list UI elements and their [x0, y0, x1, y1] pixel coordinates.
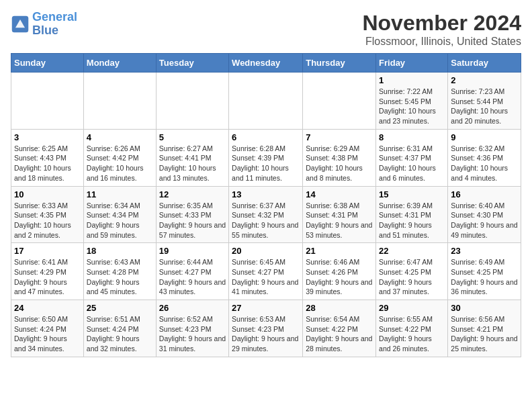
- calendar-header: Sunday Monday Tuesday Wednesday Thursday…: [11, 54, 521, 73]
- month-title: November 2024: [362, 11, 521, 36]
- calendar-cell: 24Sunrise: 6:50 AM Sunset: 4:24 PM Dayli…: [11, 300, 84, 357]
- calendar-cell: 29Sunrise: 6:55 AM Sunset: 4:22 PM Dayli…: [376, 300, 448, 357]
- calendar-cell: [229, 73, 303, 130]
- day-number: 11: [87, 189, 153, 199]
- calendar-cell: 12Sunrise: 6:35 AM Sunset: 4:33 PM Dayli…: [156, 186, 228, 243]
- day-info: Sunrise: 6:53 AM Sunset: 4:23 PM Dayligh…: [232, 314, 300, 354]
- day-info: Sunrise: 6:50 AM Sunset: 4:24 PM Dayligh…: [14, 314, 81, 354]
- calendar-cell: 9Sunrise: 6:32 AM Sunset: 4:36 PM Daylig…: [448, 129, 521, 186]
- calendar-cell: 6Sunrise: 6:28 AM Sunset: 4:39 PM Daylig…: [229, 129, 303, 186]
- col-friday: Friday: [376, 54, 448, 73]
- location-title: Flossmoor, Illinois, United States: [362, 36, 521, 48]
- day-info: Sunrise: 6:35 AM Sunset: 4:33 PM Dayligh…: [159, 201, 226, 240]
- week-row-2: 3Sunrise: 6:25 AM Sunset: 4:43 PM Daylig…: [11, 129, 521, 186]
- day-number: 2: [451, 75, 518, 85]
- week-row-3: 10Sunrise: 6:33 AM Sunset: 4:35 PM Dayli…: [11, 186, 521, 243]
- day-info: Sunrise: 6:41 AM Sunset: 4:29 PM Dayligh…: [14, 257, 81, 297]
- day-info: Sunrise: 6:56 AM Sunset: 4:21 PM Dayligh…: [451, 314, 518, 354]
- day-number: 6: [232, 132, 300, 142]
- day-info: Sunrise: 7:23 AM Sunset: 5:44 PM Dayligh…: [451, 87, 518, 126]
- calendar-table: Sunday Monday Tuesday Wednesday Thursday…: [11, 53, 521, 357]
- day-info: Sunrise: 6:25 AM Sunset: 4:43 PM Dayligh…: [14, 144, 81, 183]
- col-saturday: Saturday: [448, 54, 521, 73]
- calendar-cell: [83, 73, 156, 130]
- day-number: 15: [379, 189, 445, 199]
- day-info: Sunrise: 6:51 AM Sunset: 4:24 PM Dayligh…: [87, 314, 153, 354]
- day-info: Sunrise: 6:38 AM Sunset: 4:31 PM Dayligh…: [306, 201, 373, 240]
- day-info: Sunrise: 6:44 AM Sunset: 4:27 PM Dayligh…: [159, 257, 226, 297]
- logo: General Blue: [11, 11, 77, 38]
- calendar-cell: [303, 73, 376, 130]
- calendar-cell: 19Sunrise: 6:44 AM Sunset: 4:27 PM Dayli…: [156, 243, 228, 300]
- day-info: Sunrise: 6:27 AM Sunset: 4:41 PM Dayligh…: [159, 144, 226, 183]
- day-number: 29: [379, 303, 445, 313]
- calendar-body: 1Sunrise: 7:22 AM Sunset: 5:45 PM Daylig…: [11, 73, 521, 357]
- calendar-cell: 28Sunrise: 6:54 AM Sunset: 4:22 PM Dayli…: [303, 300, 376, 357]
- calendar-cell: [11, 73, 84, 130]
- calendar-cell: 4Sunrise: 6:26 AM Sunset: 4:42 PM Daylig…: [83, 129, 156, 186]
- day-number: 23: [451, 246, 518, 256]
- day-number: 24: [14, 303, 81, 313]
- day-info: Sunrise: 6:32 AM Sunset: 4:36 PM Dayligh…: [451, 144, 518, 183]
- calendar-cell: 26Sunrise: 6:52 AM Sunset: 4:23 PM Dayli…: [156, 300, 228, 357]
- logo-line1: General: [32, 10, 77, 24]
- day-number: 19: [159, 246, 226, 256]
- day-number: 27: [232, 303, 300, 313]
- day-number: 22: [379, 246, 445, 256]
- week-row-5: 24Sunrise: 6:50 AM Sunset: 4:24 PM Dayli…: [11, 300, 521, 357]
- day-number: 3: [14, 132, 81, 142]
- day-number: 7: [306, 132, 373, 142]
- col-sunday: Sunday: [11, 54, 84, 73]
- calendar-cell: 25Sunrise: 6:51 AM Sunset: 4:24 PM Dayli…: [83, 300, 156, 357]
- calendar-cell: 21Sunrise: 6:46 AM Sunset: 4:26 PM Dayli…: [303, 243, 376, 300]
- calendar-cell: 27Sunrise: 6:53 AM Sunset: 4:23 PM Dayli…: [229, 300, 303, 357]
- calendar-cell: 8Sunrise: 6:31 AM Sunset: 4:37 PM Daylig…: [376, 129, 448, 186]
- calendar-cell: 18Sunrise: 6:43 AM Sunset: 4:28 PM Dayli…: [83, 243, 156, 300]
- calendar-cell: 10Sunrise: 6:33 AM Sunset: 4:35 PM Dayli…: [11, 186, 84, 243]
- day-number: 1: [379, 75, 445, 85]
- day-info: Sunrise: 6:31 AM Sunset: 4:37 PM Dayligh…: [379, 144, 445, 183]
- day-number: 4: [87, 132, 153, 142]
- calendar-cell: 20Sunrise: 6:45 AM Sunset: 4:27 PM Dayli…: [229, 243, 303, 300]
- calendar-cell: 2Sunrise: 7:23 AM Sunset: 5:44 PM Daylig…: [448, 73, 521, 130]
- calendar-cell: 13Sunrise: 6:37 AM Sunset: 4:32 PM Dayli…: [229, 186, 303, 243]
- day-info: Sunrise: 6:49 AM Sunset: 4:25 PM Dayligh…: [451, 257, 518, 297]
- calendar-cell: 15Sunrise: 6:39 AM Sunset: 4:31 PM Dayli…: [376, 186, 448, 243]
- header: General Blue November 2024 Flossmoor, Il…: [11, 11, 521, 48]
- day-info: Sunrise: 6:40 AM Sunset: 4:30 PM Dayligh…: [451, 201, 518, 240]
- calendar-cell: [156, 73, 228, 130]
- calendar-cell: 1Sunrise: 7:22 AM Sunset: 5:45 PM Daylig…: [376, 73, 448, 130]
- day-number: 10: [14, 189, 81, 199]
- calendar-cell: 22Sunrise: 6:47 AM Sunset: 4:25 PM Dayli…: [376, 243, 448, 300]
- week-row-4: 17Sunrise: 6:41 AM Sunset: 4:29 PM Dayli…: [11, 243, 521, 300]
- calendar-cell: 23Sunrise: 6:49 AM Sunset: 4:25 PM Dayli…: [448, 243, 521, 300]
- day-info: Sunrise: 6:26 AM Sunset: 4:42 PM Dayligh…: [87, 144, 153, 183]
- calendar-cell: 3Sunrise: 6:25 AM Sunset: 4:43 PM Daylig…: [11, 129, 84, 186]
- logo-line2: Blue: [32, 24, 58, 37]
- day-info: Sunrise: 6:34 AM Sunset: 4:34 PM Dayligh…: [87, 201, 153, 240]
- logo-text: General Blue: [32, 11, 77, 38]
- day-info: Sunrise: 6:52 AM Sunset: 4:23 PM Dayligh…: [159, 314, 226, 354]
- day-number: 13: [232, 189, 300, 199]
- day-info: Sunrise: 6:46 AM Sunset: 4:26 PM Dayligh…: [306, 257, 373, 297]
- col-tuesday: Tuesday: [156, 54, 228, 73]
- day-info: Sunrise: 6:28 AM Sunset: 4:39 PM Dayligh…: [232, 144, 300, 183]
- day-number: 17: [14, 246, 81, 256]
- day-number: 14: [306, 189, 373, 199]
- calendar-cell: 11Sunrise: 6:34 AM Sunset: 4:34 PM Dayli…: [83, 186, 156, 243]
- day-number: 25: [87, 303, 153, 313]
- day-number: 30: [451, 303, 518, 313]
- col-wednesday: Wednesday: [229, 54, 303, 73]
- day-info: Sunrise: 6:39 AM Sunset: 4:31 PM Dayligh…: [379, 201, 445, 240]
- calendar-cell: 5Sunrise: 6:27 AM Sunset: 4:41 PM Daylig…: [156, 129, 228, 186]
- day-info: Sunrise: 6:43 AM Sunset: 4:28 PM Dayligh…: [87, 257, 153, 297]
- header-row: Sunday Monday Tuesday Wednesday Thursday…: [11, 54, 521, 73]
- calendar-cell: 17Sunrise: 6:41 AM Sunset: 4:29 PM Dayli…: [11, 243, 84, 300]
- col-thursday: Thursday: [303, 54, 376, 73]
- day-number: 8: [379, 132, 445, 142]
- day-number: 18: [87, 246, 153, 256]
- calendar-cell: 14Sunrise: 6:38 AM Sunset: 4:31 PM Dayli…: [303, 186, 376, 243]
- day-number: 28: [306, 303, 373, 313]
- day-info: Sunrise: 6:33 AM Sunset: 4:35 PM Dayligh…: [14, 201, 81, 240]
- day-info: Sunrise: 6:55 AM Sunset: 4:22 PM Dayligh…: [379, 314, 445, 354]
